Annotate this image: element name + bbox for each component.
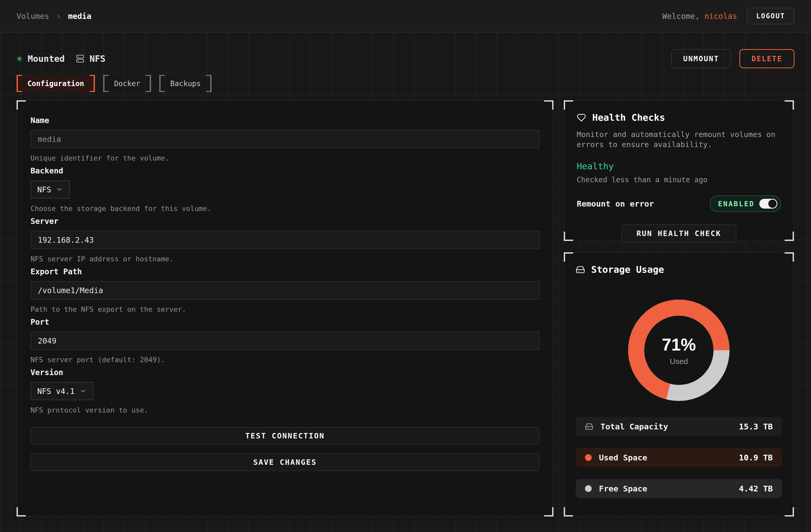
backend-field-group: Backend NFS Choose the storage backend f…: [31, 166, 539, 213]
health-checks-title: Health Checks: [592, 112, 665, 123]
delete-button[interactable]: DELETE: [739, 49, 794, 68]
version-help: NFS protocol version to use.: [31, 406, 539, 414]
free-space-row: Free Space 4.42 TB: [576, 479, 782, 498]
heart-icon: [577, 113, 586, 122]
storage-usage-panel: Storage Usage 71% Used: [564, 252, 794, 516]
name-label: Name: [31, 116, 539, 125]
remount-toggle[interactable]: ENABLED: [709, 195, 781, 212]
free-space-value: 4.42 TB: [739, 484, 773, 493]
mounted-status-label: Mounted: [28, 53, 65, 64]
health-checks-description: Monitor and automatically remount volume…: [577, 129, 781, 150]
corner-bracket: [564, 100, 573, 110]
name-input[interactable]: [31, 130, 539, 148]
used-space-value: 10.9 TB: [739, 453, 773, 462]
remount-on-error-label: Remount on error: [577, 199, 654, 208]
used-space-label: Used Space: [599, 453, 647, 462]
export-path-field-group: Export Path Path to the NFS export on th…: [31, 267, 539, 314]
free-space-dot-icon: [585, 485, 592, 492]
corner-bracket: [785, 232, 794, 241]
backend-help: Choose the storage backend for this volu…: [31, 204, 539, 213]
version-label: Version: [31, 368, 539, 377]
mount-status: Mounted: [17, 53, 65, 64]
configuration-panel: Name Unique identifier for the volume. B…: [17, 100, 553, 516]
corner-bracket: [564, 507, 573, 516]
corner-bracket: [785, 507, 794, 516]
topbar: Volumes › media Welcome, nicolas LOGOUT: [0, 0, 811, 33]
toggle-switch[interactable]: [759, 199, 777, 209]
mounted-status-dot: [17, 56, 22, 62]
welcome-text: Welcome, nicolas: [662, 12, 737, 21]
total-capacity-label: Total Capacity: [600, 422, 668, 431]
backend-label: Backend: [31, 166, 539, 175]
breadcrumb: Volumes › media: [17, 12, 91, 21]
tab-docker[interactable]: Docker: [103, 75, 151, 92]
port-field-group: Port NFS server port (default: 2049).: [31, 317, 539, 364]
name-field-group: Name Unique identifier for the volume.: [31, 116, 539, 162]
storage-usage-title: Storage Usage: [591, 264, 664, 275]
server-input[interactable]: [31, 231, 539, 249]
corner-bracket: [17, 100, 26, 110]
hard-drive-icon: [576, 265, 585, 274]
test-connection-button[interactable]: TEST CONNECTION: [31, 427, 539, 444]
version-select-value: NFS v4.1: [37, 387, 75, 396]
corner-bracket: [17, 507, 26, 516]
export-path-label: Export Path: [31, 267, 539, 276]
version-field-group: Version NFS v4.1 NFS protocol version to…: [31, 368, 539, 414]
corner-bracket: [564, 232, 573, 241]
run-health-check-button[interactable]: RUN HEALTH CHECK: [622, 224, 736, 242]
total-capacity-value: 15.3 TB: [739, 422, 773, 431]
donut-percent-value: 71%: [662, 335, 696, 355]
corner-bracket: [785, 100, 794, 110]
toggle-knob: [768, 200, 777, 208]
tab-configuration[interactable]: Configuration: [17, 75, 95, 92]
page-background: Mounted NFS UNMOUNT DELETE Configuration…: [0, 33, 811, 532]
donut-percent-label: Used: [670, 357, 688, 366]
save-changes-button[interactable]: SAVE CHANGES: [31, 453, 539, 471]
logout-button[interactable]: LOGOUT: [747, 8, 794, 24]
backend-select[interactable]: NFS: [31, 181, 70, 199]
port-input[interactable]: [31, 332, 539, 350]
health-checked-text: Checked less than a minute ago: [577, 175, 781, 184]
corner-bracket: [544, 100, 553, 110]
server-field-group: Server NFS server IP address or hostname…: [31, 217, 539, 263]
breadcrumb-separator-icon: ›: [56, 12, 61, 20]
free-space-label: Free Space: [599, 484, 647, 493]
chevron-down-icon: [79, 388, 87, 395]
used-space-dot-icon: [585, 454, 592, 461]
breadcrumb-volumes-link[interactable]: Volumes: [17, 12, 49, 21]
health-checks-panel: Health Checks Monitor and automatically …: [564, 100, 794, 241]
server-label: Server: [31, 217, 539, 226]
tab-backups[interactable]: Backups: [159, 75, 212, 92]
storage-donut-chart: 71% Used: [627, 299, 731, 402]
corner-bracket: [564, 252, 573, 262]
breadcrumb-current: media: [68, 12, 91, 21]
used-space-row: Used Space 10.9 TB: [576, 448, 782, 467]
backend-select-value: NFS: [37, 185, 51, 194]
version-select[interactable]: NFS v4.1: [31, 382, 93, 400]
backend-status-label: NFS: [90, 53, 105, 64]
health-status-text: Healthy: [577, 161, 781, 171]
remount-toggle-label: ENABLED: [718, 200, 755, 208]
tab-bar: Configuration Docker Backups: [17, 75, 794, 92]
total-capacity-row: Total Capacity 15.3 TB: [576, 417, 782, 436]
name-help: Unique identifier for the volume.: [31, 154, 539, 162]
corner-bracket: [785, 252, 794, 262]
backend-status: NFS: [76, 53, 105, 64]
status-row: Mounted NFS UNMOUNT DELETE: [17, 49, 794, 68]
export-path-input[interactable]: [31, 281, 539, 299]
server-help: NFS server IP address or hostname.: [31, 255, 539, 263]
port-help: NFS server port (default: 2049).: [31, 356, 539, 364]
unmount-button[interactable]: UNMOUNT: [671, 49, 731, 68]
export-path-help: Path to the NFS export on the server.: [31, 305, 539, 314]
chevron-down-icon: [56, 186, 63, 193]
corner-bracket: [544, 507, 553, 516]
hard-drive-icon: [585, 422, 593, 431]
server-icon: [76, 54, 84, 63]
port-label: Port: [31, 317, 539, 327]
username: nicolas: [704, 12, 737, 21]
